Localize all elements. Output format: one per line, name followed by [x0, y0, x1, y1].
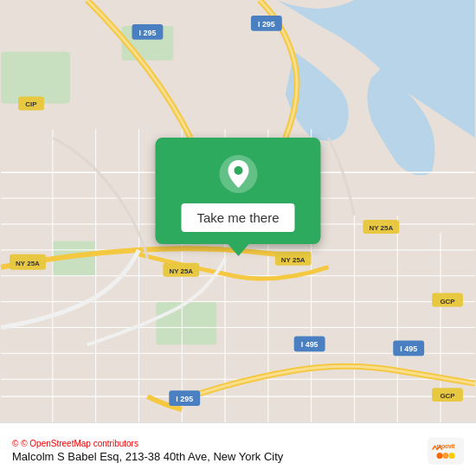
bottom-left-info: © © OpenStreetMap contributors Malcolm S…: [12, 439, 283, 463]
svg-text:NY 25A: NY 25A: [169, 267, 193, 275]
osm-credit-text: © OpenStreetMap contributors: [21, 439, 138, 448]
svg-point-56: [449, 453, 455, 459]
take-me-there-button[interactable]: Take me there: [181, 203, 294, 232]
svg-text:I 295: I 295: [258, 20, 275, 29]
location-pin-icon: [217, 153, 259, 195]
popup-tail: [228, 244, 248, 256]
svg-rect-52: [428, 437, 464, 464]
svg-text:I 495: I 495: [400, 344, 417, 353]
svg-text:I 295: I 295: [176, 395, 193, 403]
svg-rect-1: [1, 52, 70, 104]
copyright-symbol: ©: [12, 439, 18, 448]
svg-text:NY 25A: NY 25A: [281, 256, 306, 264]
svg-text:GCP: GCP: [440, 298, 455, 306]
moovit-logo: moovit: [428, 437, 464, 465]
svg-point-54: [437, 453, 443, 459]
svg-text:CIP: CIP: [25, 100, 37, 108]
moovit-logo-icon: moovit: [428, 437, 464, 465]
app-container: I 295 I 295 NY 25A NY 25A NY 25A NY 25A: [0, 0, 476, 476]
svg-text:NY 25A: NY 25A: [16, 260, 40, 267]
svg-rect-4: [156, 302, 216, 345]
address-text: Malcolm S Babel Esq, 213-38 40th Ave, Ne…: [12, 450, 283, 463]
popup-box: Take me there: [155, 138, 320, 244]
svg-text:I 295: I 295: [138, 29, 156, 37]
svg-text:NY 25A: NY 25A: [369, 224, 393, 232]
svg-point-51: [234, 166, 242, 175]
svg-point-55: [443, 453, 449, 459]
svg-text:GCP: GCP: [440, 392, 455, 400]
bottom-bar: © © OpenStreetMap contributors Malcolm S…: [0, 422, 476, 476]
map-area: I 295 I 295 NY 25A NY 25A NY 25A NY 25A: [0, 0, 476, 422]
svg-text:I 495: I 495: [301, 340, 318, 349]
popup-overlay: Take me there: [155, 138, 320, 256]
osm-credit: © © OpenStreetMap contributors: [12, 439, 283, 448]
